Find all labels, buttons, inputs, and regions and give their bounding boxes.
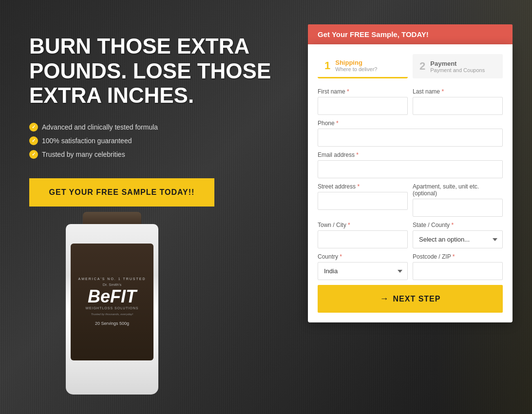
feature-text-3: Trusted by many celebrities: [42, 151, 125, 158]
state-required: *: [450, 222, 454, 228]
headline: BURN THOSE EXTRA POUNDS. LOSE THOSE EXTR…: [29, 34, 288, 108]
step-1-number: 1: [324, 60, 330, 71]
phone-label: Phone *: [318, 120, 503, 127]
right-panel: Get Your FREE Sample, TODAY! 1 Shipping …: [308, 24, 513, 322]
step-1-info: Shipping Where to deliver?: [335, 59, 377, 72]
street-required: *: [356, 183, 360, 190]
country-group: Country * India: [318, 253, 408, 280]
bottle-container: AMERICA'S NO. 1 TRUSTED Dr. Smith's BeFI…: [58, 209, 166, 414]
step-2-info: Payment Payment and Coupons: [430, 60, 485, 73]
first-name-group: First name *: [318, 88, 408, 115]
first-name-input[interactable]: [318, 97, 408, 115]
check-icon-2: ✓: [29, 136, 38, 145]
email-required: *: [355, 151, 359, 158]
next-step-button[interactable]: → NEXT STEP: [318, 285, 503, 313]
street-group: Street address *: [318, 183, 408, 217]
feature-text-1: Advanced and clinically tested formula: [42, 123, 158, 131]
bottle-america-label: AMERICA'S NO. 1 TRUSTED: [78, 277, 146, 281]
postcode-input[interactable]: [413, 262, 503, 280]
last-name-label: Last name *: [413, 88, 503, 95]
street-label: Street address *: [318, 183, 408, 190]
state-select[interactable]: Select an option...: [413, 230, 503, 248]
address-row: Street address * Apartment, suite, unit …: [318, 183, 503, 217]
promo-banner: Get Your FREE Sample, TODAY!: [308, 24, 513, 44]
first-name-required: *: [345, 88, 349, 95]
email-row: Email address *: [318, 151, 503, 178]
country-required: *: [338, 253, 342, 260]
feature-item-3: ✓ Trusted by many celebrities: [29, 150, 288, 159]
step-payment: 2 Payment Payment and Coupons: [413, 54, 503, 78]
apt-group: Apartment, suite, unit etc. (optional): [413, 183, 503, 217]
bottle-body: AMERICA'S NO. 1 TRUSTED Dr. Smith's BeFI…: [66, 224, 158, 395]
check-icon-3: ✓: [29, 150, 38, 159]
street-input[interactable]: [318, 192, 408, 210]
town-group: Town / City *: [318, 222, 408, 248]
phone-input[interactable]: [318, 129, 503, 147]
bottle-servings: 20 Servings 500g: [95, 320, 129, 327]
step-2-subtitle: Payment and Coupons: [430, 67, 485, 73]
step-2-number: 2: [419, 61, 425, 72]
last-name-input[interactable]: [413, 97, 503, 115]
postcode-required: *: [451, 253, 455, 260]
features-list: ✓ Advanced and clinically tested formula…: [29, 123, 288, 159]
check-icon-1: ✓: [29, 123, 38, 132]
phone-required: *: [335, 120, 339, 127]
form-card: 1 Shipping Where to deliver? 2 Payment P…: [308, 44, 513, 322]
postcode-label: Postcode / ZIP *: [413, 253, 503, 260]
step-shipping: 1 Shipping Where to deliver?: [318, 54, 408, 78]
arrow-right-icon: →: [380, 294, 389, 304]
cta-button[interactable]: GET YOUR FREE SAMPLE TODAY!!: [29, 178, 214, 207]
left-panel: BURN THOSE EXTRA POUNDS. LOSE THOSE EXTR…: [29, 24, 288, 221]
country-postcode-row: Country * India Postcode / ZIP *: [318, 253, 503, 280]
step-1-title: Shipping: [335, 59, 377, 66]
email-group: Email address *: [318, 151, 503, 178]
phone-group: Phone *: [318, 120, 503, 147]
apt-input[interactable]: [413, 199, 503, 217]
state-group: State / County * Select an option...: [413, 222, 503, 248]
email-input[interactable]: [318, 160, 503, 178]
bottle-weightloss: WEIGHTLOSS SOLUTIONS: [85, 306, 138, 310]
phone-row: Phone *: [318, 120, 503, 147]
city-state-row: Town / City * State / County * Select an…: [318, 222, 503, 248]
step-2-title: Payment: [430, 60, 485, 67]
first-name-label: First name *: [318, 88, 408, 95]
last-name-group: Last name *: [413, 88, 503, 115]
step-1-subtitle: Where to deliver?: [335, 66, 377, 72]
steps-bar: 1 Shipping Where to deliver? 2 Payment P…: [318, 54, 503, 78]
apt-label: Apartment, suite, unit etc. (optional): [413, 183, 503, 197]
postcode-group: Postcode / ZIP *: [413, 253, 503, 280]
bottle-trusted: Trusted by thousands, everyday!: [91, 313, 133, 316]
product-bottle-area: AMERICA'S NO. 1 TRUSTED Dr. Smith's BeFI…: [49, 209, 175, 414]
bottle-brand: BeFIT: [88, 288, 136, 305]
country-select[interactable]: India: [318, 262, 408, 280]
country-label: Country *: [318, 253, 408, 260]
feature-item-2: ✓ 100% satisfaction guaranteed: [29, 136, 288, 145]
name-row: First name * Last name *: [318, 88, 503, 115]
town-label: Town / City *: [318, 222, 408, 228]
bottle-label: AMERICA'S NO. 1 TRUSTED Dr. Smith's BeFI…: [71, 244, 153, 360]
email-label: Email address *: [318, 151, 503, 158]
town-required: *: [346, 222, 350, 228]
next-step-label: NEXT STEP: [393, 295, 441, 303]
state-label: State / County *: [413, 222, 503, 228]
last-name-required: *: [440, 88, 444, 95]
feature-text-2: 100% satisfaction guaranteed: [42, 137, 132, 145]
feature-item-1: ✓ Advanced and clinically tested formula: [29, 123, 288, 132]
town-input[interactable]: [318, 230, 408, 248]
